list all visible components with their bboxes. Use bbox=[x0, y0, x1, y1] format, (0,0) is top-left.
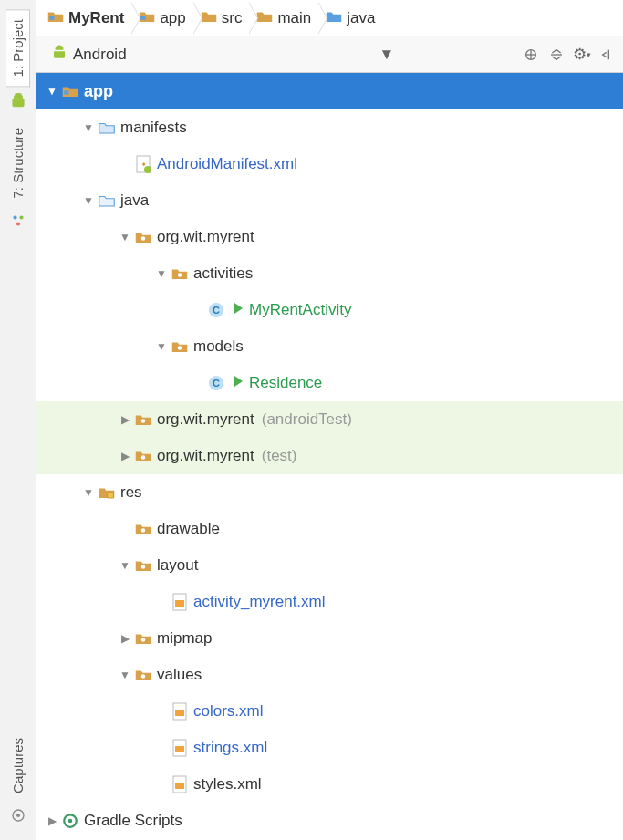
tree-node-models[interactable]: ▼ models bbox=[36, 328, 623, 365]
node-label: activity_myrent.xml bbox=[193, 593, 326, 611]
tree-node-drawable[interactable]: ▶ drawable bbox=[36, 511, 623, 547]
hide-icon[interactable] bbox=[599, 47, 616, 63]
package-icon bbox=[133, 231, 153, 244]
breadcrumb-item[interactable]: src bbox=[195, 0, 252, 36]
view-label: Android bbox=[73, 46, 127, 64]
tree-node-package[interactable]: ▼ org.wit.myrent bbox=[36, 219, 623, 255]
project-tree[interactable]: ▼ app ▼ manifests ▶ ⬥ AndroidManifest.xm… bbox=[36, 73, 623, 840]
module-folder-icon bbox=[47, 9, 64, 27]
expand-arrow-icon[interactable]: ▼ bbox=[117, 669, 133, 681]
crumb-label: MyRent bbox=[68, 9, 124, 27]
tree-node-strings-xml[interactable]: ▶ strings.xml bbox=[36, 730, 623, 766]
manifest-file-icon: ⬥ bbox=[133, 155, 153, 173]
expand-arrow-icon[interactable]: ▼ bbox=[153, 267, 170, 280]
node-label: activities bbox=[193, 264, 253, 283]
expand-arrow-icon[interactable]: ▼ bbox=[44, 85, 60, 98]
project-toolbar: Android ▼ ⚙▾ bbox=[36, 36, 623, 73]
package-icon bbox=[133, 669, 153, 681]
tree-node-java[interactable]: ▼ java bbox=[36, 182, 623, 219]
project-view-selector[interactable]: Android bbox=[44, 42, 140, 67]
package-icon bbox=[133, 413, 153, 426]
tree-node-package-androidtest[interactable]: ▶ org.wit.myrent (androidTest) bbox=[36, 401, 623, 438]
module-folder-icon bbox=[60, 85, 80, 98]
xml-file-icon bbox=[170, 739, 190, 757]
tree-node-activities[interactable]: ▼ activities bbox=[36, 255, 623, 292]
expand-arrow-icon[interactable]: ▶ bbox=[117, 413, 133, 426]
svg-point-4 bbox=[16, 814, 20, 817]
tree-node-styles-xml[interactable]: ▶ styles.xml bbox=[36, 766, 623, 803]
tree-node-colors-xml[interactable]: ▶ colors.xml bbox=[36, 693, 623, 730]
tab-structure[interactable]: 7: Structure bbox=[6, 119, 29, 208]
expand-arrow-icon[interactable]: ▼ bbox=[117, 559, 133, 572]
class-icon: C bbox=[206, 375, 226, 391]
tree-node-layout-xml[interactable]: ▶ activity_myrent.xml bbox=[36, 584, 623, 620]
tree-node-values[interactable]: ▼ values bbox=[36, 657, 623, 693]
structure-icon bbox=[12, 213, 25, 232]
tree-node-android-manifest[interactable]: ▶ ⬥ AndroidManifest.xml bbox=[36, 146, 623, 182]
svg-text:⬥: ⬥ bbox=[141, 159, 146, 168]
breadcrumb: MyRent app src main java bbox=[36, 0, 623, 36]
crumb-label: app bbox=[160, 9, 185, 27]
scroll-from-source-icon[interactable] bbox=[523, 47, 539, 63]
run-badge-icon bbox=[233, 374, 244, 392]
expand-arrow-icon[interactable]: ▼ bbox=[153, 340, 170, 353]
expand-arrow-icon[interactable]: ▼ bbox=[117, 231, 133, 244]
breadcrumb-item[interactable]: java bbox=[320, 0, 384, 36]
android-icon bbox=[51, 44, 67, 65]
tab-project[interactable]: 1: Project bbox=[6, 9, 30, 87]
expand-arrow-icon[interactable]: ▶ bbox=[117, 450, 133, 462]
node-label: app bbox=[84, 82, 113, 101]
svg-point-17 bbox=[178, 273, 182, 277]
gear-icon[interactable]: ⚙▾ bbox=[574, 47, 590, 63]
tree-node-gradle-scripts[interactable]: ▶ Gradle Scripts bbox=[36, 803, 623, 839]
svg-rect-29 bbox=[175, 600, 184, 607]
expand-arrow-icon[interactable]: ▼ bbox=[80, 121, 97, 134]
node-suffix: (test) bbox=[262, 447, 297, 465]
tree-node-mipmap[interactable]: ▶ mipmap bbox=[36, 620, 623, 657]
svg-point-31 bbox=[141, 674, 146, 679]
svg-point-2 bbox=[16, 222, 19, 225]
node-label: org.wit.myrent (androidTest) bbox=[157, 410, 352, 429]
node-label: res bbox=[120, 483, 142, 502]
node-label: layout bbox=[157, 556, 198, 575]
folder-icon bbox=[97, 194, 117, 207]
breadcrumb-item[interactable]: MyRent bbox=[42, 0, 133, 36]
run-badge-icon bbox=[233, 301, 244, 319]
node-label: colors.xml bbox=[193, 702, 264, 721]
tab-captures-label: Captures bbox=[10, 738, 26, 793]
tree-node-class-residence[interactable]: ▶ C Residence bbox=[36, 365, 623, 401]
android-icon bbox=[10, 92, 26, 113]
breadcrumb-item[interactable]: app bbox=[133, 0, 194, 36]
tree-node-package-test[interactable]: ▶ org.wit.myrent (test) bbox=[36, 438, 623, 474]
svg-point-20 bbox=[178, 346, 182, 350]
expand-arrow-icon[interactable]: ▶ bbox=[117, 632, 133, 645]
svg-point-39 bbox=[68, 819, 73, 824]
svg-text:C: C bbox=[213, 305, 220, 316]
node-label: org.wit.myrent (test) bbox=[157, 447, 296, 465]
svg-point-15 bbox=[144, 166, 151, 173]
expand-arrow-icon[interactable]: ▼ bbox=[80, 486, 97, 499]
expand-arrow-icon[interactable]: ▼ bbox=[80, 194, 97, 207]
tree-node-res[interactable]: ▼ res bbox=[36, 474, 623, 511]
folder-icon bbox=[201, 9, 217, 27]
package-icon bbox=[133, 632, 153, 645]
node-label: Gradle Scripts bbox=[84, 812, 182, 830]
folder-icon bbox=[256, 9, 273, 27]
breadcrumb-item[interactable]: main bbox=[251, 0, 320, 36]
expand-arrow-icon[interactable]: ▶ bbox=[44, 814, 60, 827]
node-label: styles.xml bbox=[193, 775, 262, 793]
chevron-down-icon[interactable]: ▼ bbox=[379, 47, 395, 63]
tree-node-manifests[interactable]: ▼ manifests bbox=[36, 109, 623, 146]
node-label: manifests bbox=[120, 119, 187, 137]
crumb-label: src bbox=[222, 9, 243, 27]
tree-node-layout[interactable]: ▼ layout bbox=[36, 547, 623, 584]
xml-file-icon bbox=[170, 702, 190, 721]
package-icon bbox=[170, 267, 190, 280]
node-label: strings.xml bbox=[193, 739, 267, 757]
collapse-all-icon[interactable] bbox=[548, 47, 565, 63]
tab-captures[interactable]: Captures bbox=[6, 729, 29, 803]
tree-node-class-myrentactivity[interactable]: ▶ C MyRentActivity bbox=[36, 292, 623, 328]
tree-node-app[interactable]: ▼ app bbox=[36, 73, 623, 109]
svg-text:C: C bbox=[213, 378, 220, 389]
node-label: MyRentActivity bbox=[249, 301, 351, 319]
